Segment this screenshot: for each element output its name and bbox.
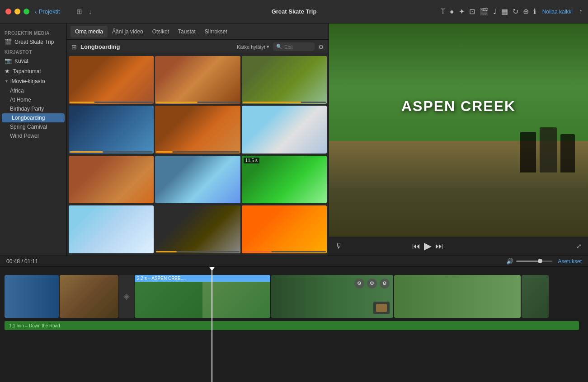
sidebar-item-imovie-library[interactable]: ▼ iMovie-kirjasto [0, 76, 66, 86]
preview-video: ASPEN CREEK [329, 23, 588, 237]
sidebar-item-birthday-party[interactable]: Birthday Party [0, 104, 66, 113]
search-icon: 🔍 [276, 44, 282, 50]
sidebar-item-wind-power[interactable]: Wind Power [0, 131, 66, 140]
photos-label: Kuvat [14, 58, 28, 64]
preview-panel: ASPEN CREEK 🎙 ⏮ ▶ ⏭ ⤢ [329, 23, 588, 256]
sidebar-item-project[interactable]: 🎬 Great Skate Trip [0, 37, 66, 47]
clip-icon-1: ⚙ [354, 279, 364, 289]
sidebar-item-africa[interactable]: Africa [0, 86, 66, 95]
effects-icon[interactable]: ⊕ [523, 7, 529, 16]
speed-icon[interactable]: ↻ [513, 7, 518, 16]
browser-header: ⊞ Longboarding Kätke hylätyt ▾ 🔍 ⚙ [67, 40, 329, 54]
sidebar-item-longboarding[interactable]: Longboarding [2, 113, 65, 122]
tab-taustat[interactable]: Taustat [174, 26, 200, 37]
clip-4[interactable] [394, 275, 521, 318]
tab-otsikot[interactable]: Otsikot [148, 26, 174, 37]
sidebar-item-photos[interactable]: 📷 Kuvat [0, 56, 66, 66]
audio-track[interactable]: 1,1 min – Down the Road [5, 321, 579, 330]
sidebar-item-spring-carnival[interactable]: Spring Carnival [0, 122, 66, 131]
project-name: Great Skate Trip [14, 39, 54, 45]
clip-main-selected[interactable]: 2,2 s – ASPEN CREE.... [135, 275, 270, 318]
clip-thumbnail [373, 302, 390, 314]
search-input[interactable] [284, 44, 311, 50]
crop-icon[interactable]: ⊡ [469, 7, 475, 16]
playhead [212, 267, 212, 382]
thumbnail-1[interactable] [69, 56, 154, 104]
camera-icon[interactable]: 🎬 [480, 7, 489, 16]
reset-button[interactable]: Nollaa kaikki [542, 9, 573, 15]
thumbnail-9[interactable]: 11,5 s [242, 156, 327, 204]
play-button[interactable]: ▶ [424, 240, 432, 252]
volume-control: 🔊 [506, 258, 552, 265]
back-label: Projektit [39, 8, 60, 15]
thumbnail-grid: 11,5 s [67, 54, 329, 256]
timeline-header: 00:48 / 01:11 🔊 Asetukset [0, 256, 588, 267]
skip-back-button[interactable]: ⏮ [412, 242, 420, 251]
fullscreen-icon[interactable]: ⤢ [576, 242, 582, 250]
thumbnail-3[interactable] [242, 56, 327, 104]
back-button[interactable]: ‹ Projektit [35, 8, 60, 15]
titlebar-right: T ● ✦ ⊡ 🎬 ♩ ▦ ↻ ⊕ ℹ Nollaa kaikki ↑ [441, 7, 583, 16]
color-icon[interactable]: ✦ [459, 7, 465, 16]
sidebar-item-at-home[interactable]: At Home [0, 95, 66, 104]
transition-1[interactable]: ◈ [119, 275, 134, 318]
sidebar-item-events[interactable]: ★ Tapahtumat [0, 66, 66, 76]
thumbnail-2[interactable] [155, 56, 240, 104]
toolbar-group: T ● ✦ ⊡ 🎬 ♩ ▦ ↻ ⊕ ℹ [441, 7, 536, 16]
window-title: Great Skate Trip [272, 8, 317, 15]
media-tabs: Oma media Ääni ja video Otsikot Taustat … [67, 23, 329, 40]
minimize-button[interactable] [14, 9, 20, 14]
thumbnail-8[interactable] [155, 156, 240, 204]
audio-track-label: 1,1 min – Down the Road [9, 323, 60, 328]
thumbnail-7[interactable] [69, 156, 154, 204]
tab-aani-video[interactable]: Ääni ja video [108, 26, 148, 37]
import-icon[interactable]: ↓ [89, 8, 92, 15]
microphone-icon[interactable]: 🎙 [335, 242, 343, 250]
chevron-left-icon: ‹ [35, 8, 37, 15]
skip-forward-button[interactable]: ⏭ [435, 242, 443, 251]
style-icon[interactable]: ● [450, 8, 454, 16]
thumbnail-4[interactable] [69, 106, 154, 154]
clip-1[interactable] [5, 275, 59, 318]
volume-icon[interactable]: 🔊 [506, 258, 513, 265]
main-area: PROJEKTIN MEDIA 🎬 Great Skate Trip KIRJA… [0, 23, 588, 256]
grid-toggle-icon[interactable]: ⊞ [71, 43, 77, 51]
chevron-down-icon: ▾ [267, 44, 269, 50]
projektin-media-label: PROJEKTIN MEDIA [0, 28, 66, 37]
hide-label: Kätke hylätyt [237, 44, 265, 50]
clip-5[interactable] [522, 275, 549, 318]
audio-icon[interactable]: ♩ [493, 7, 497, 16]
thumbnail-12[interactable] [242, 205, 327, 253]
traffic-lights [5, 9, 29, 14]
grid-view-icon[interactable]: ⊞ [76, 8, 82, 16]
clip-2[interactable] [60, 275, 118, 318]
settings-icon[interactable]: ⚙ [318, 43, 324, 51]
thumbnail-6[interactable] [242, 106, 327, 154]
titlebar-icons: ⊞ ↓ [76, 8, 92, 16]
fullscreen-button[interactable] [24, 9, 29, 14]
thumbnail-5[interactable] [155, 106, 240, 154]
close-button[interactable] [5, 9, 11, 14]
triangle-icon: ▼ [5, 79, 9, 84]
playback-controls: ⏮ ▶ ⏭ [412, 240, 443, 252]
tab-oma-media[interactable]: Oma media [71, 26, 108, 37]
share-icon[interactable]: ↑ [579, 8, 583, 16]
text-tool-icon[interactable]: T [441, 8, 445, 16]
chart-icon[interactable]: ▦ [501, 7, 508, 16]
preview-title-overlay: ASPEN CREEK [401, 98, 516, 115]
info-icon[interactable]: ℹ [533, 7, 536, 16]
preview-controls: 🎙 ⏮ ▶ ⏭ ⤢ [329, 237, 588, 256]
media-browser: Oma media Ääni ja video Otsikot Taustat … [67, 23, 329, 256]
hide-rejected-button[interactable]: Kätke hylätyt ▾ [237, 44, 269, 50]
playhead-triangle [209, 267, 215, 271]
search-box[interactable]: 🔍 [273, 42, 315, 51]
clip-overlay-section[interactable]: ⚙ ⚙ ⚙ [271, 275, 393, 318]
content: Oma media Ääni ja video Otsikot Taustat … [67, 23, 588, 256]
volume-slider[interactable] [516, 261, 552, 262]
thumbnail-11[interactable] [155, 205, 240, 253]
settings-button[interactable]: Asetukset [558, 258, 582, 265]
tab-siirrokset[interactable]: Siirrokset [200, 26, 232, 37]
audio-track-row: 1,1 min – Down the Road [5, 321, 583, 333]
thumbnail-10[interactable] [69, 205, 154, 253]
clip-icon-2: ⚙ [367, 279, 377, 289]
